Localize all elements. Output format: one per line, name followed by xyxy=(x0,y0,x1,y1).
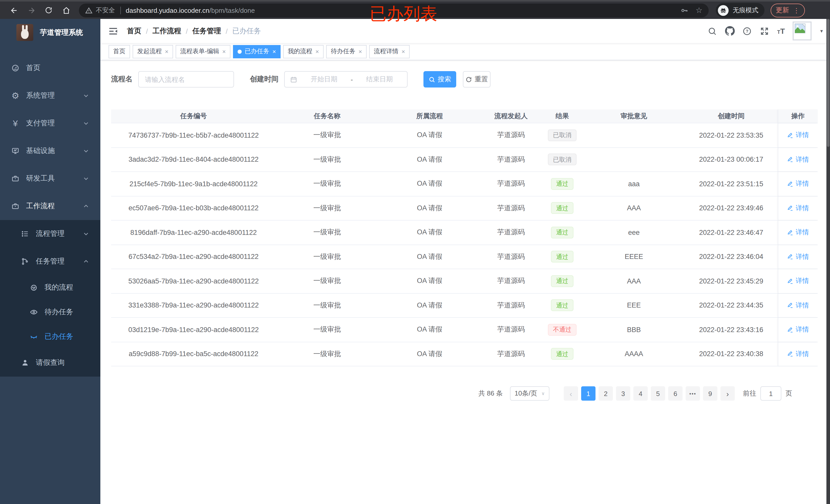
url-separator xyxy=(120,6,121,14)
sidebar-item-payment-mgmt[interactable]: ¥ 支付管理 xyxy=(0,109,100,137)
more-pages-button[interactable]: ••• xyxy=(685,386,700,401)
sidebar-item-leave-query[interactable]: 请假查询 xyxy=(0,349,100,377)
sidebar-item-dev-tools[interactable]: 研发工具 xyxy=(0,165,100,192)
cell-process: OA 请假 xyxy=(378,196,481,220)
sidebar-item-process-mgmt[interactable]: 流程管理 xyxy=(0,220,100,248)
navbar-actions: ? TT ▾ xyxy=(707,22,823,40)
detail-link[interactable]: 详情 xyxy=(787,131,809,140)
monitor-icon xyxy=(11,147,20,155)
page-button-9[interactable]: 9 xyxy=(703,386,717,401)
table-row: 74736737-7b9b-11ec-b5b7-acde48001122 一级审… xyxy=(111,123,818,147)
sidebar-item-my-process[interactable]: 我的流程 xyxy=(0,275,100,300)
sidebar-item-home[interactable]: 首页 xyxy=(0,54,100,82)
detail-link[interactable]: 详情 xyxy=(787,325,809,334)
process-name-label: 流程名 xyxy=(111,75,133,84)
bookmark-star-icon[interactable]: ☆ xyxy=(696,6,703,15)
detail-link[interactable]: 详情 xyxy=(787,349,809,359)
url-path[interactable]: /bpm/task/done xyxy=(210,6,255,14)
cell-task-name: 一级审批 xyxy=(276,294,378,317)
tab-done-tasks[interactable]: 已办任务 × xyxy=(233,45,281,58)
header-search-button[interactable] xyxy=(707,26,717,36)
tab-form-edit[interactable]: 流程表单-编辑 × xyxy=(175,45,230,58)
breadcrumb-separator: / xyxy=(186,27,188,35)
tab-process-detail[interactable]: 流程详情 × xyxy=(369,45,410,58)
app-logo-row[interactable]: 芋道管理系统 xyxy=(0,19,100,46)
font-size-button[interactable]: TT xyxy=(777,27,785,35)
url-host[interactable]: dashboard.yudao.iocoder.cn xyxy=(126,6,210,14)
browser-update-button[interactable]: 更新 ⋮ xyxy=(771,3,805,17)
sidebar-item-todo-tasks[interactable]: 待办任务 xyxy=(0,300,100,325)
key-icon[interactable] xyxy=(680,6,689,14)
column-header-result: 结果 xyxy=(541,109,583,123)
sidebar-item-done-tasks[interactable]: 已办任务 xyxy=(0,325,100,349)
cell-created: 2022-01-22 23:46:47 xyxy=(684,221,778,244)
browser-reload-button[interactable] xyxy=(40,3,57,18)
sidebar-item-system-mgmt[interactable]: ⚙ 系统管理 xyxy=(0,82,100,109)
browser-home-button[interactable] xyxy=(57,3,75,18)
help-button[interactable]: ? xyxy=(742,26,752,36)
close-icon[interactable]: × xyxy=(315,48,319,55)
detail-link[interactable]: 详情 xyxy=(787,252,809,262)
calendar-icon xyxy=(290,75,297,83)
detail-link[interactable]: 详情 xyxy=(787,155,809,164)
browser-menu-icon[interactable]: ⋮ xyxy=(793,7,800,13)
cell-comment xyxy=(583,123,684,147)
page-button-1[interactable]: 1 xyxy=(581,386,596,401)
page-button-2[interactable]: 2 xyxy=(599,386,613,401)
cell-starter: 芋道源码 xyxy=(481,172,541,196)
browser-back-button[interactable] xyxy=(5,3,23,18)
page-button-5[interactable]: 5 xyxy=(651,386,665,401)
detail-link[interactable]: 详情 xyxy=(787,276,809,286)
end-date-placeholder[interactable]: 结束日期 xyxy=(357,75,402,84)
collapse-sidebar-icon[interactable] xyxy=(108,26,118,36)
page-button-3[interactable]: 3 xyxy=(616,386,630,401)
sidebar-item-task-mgmt[interactable]: 任务管理 xyxy=(0,248,100,275)
update-label[interactable]: 更新 xyxy=(776,6,789,15)
tab-todo-tasks[interactable]: 待办任务 × xyxy=(326,45,366,58)
breadcrumb-home[interactable]: 首页 xyxy=(127,26,141,36)
sidebar-item-infrastructure[interactable]: 基础设施 xyxy=(0,137,100,165)
avatar[interactable] xyxy=(793,22,811,40)
cell-task-id: 74736737-7b9b-11ec-b5b7-acde48001122 xyxy=(111,123,276,147)
sidebar-item-workflow[interactable]: 工作流程 xyxy=(0,192,100,220)
tab-start-process[interactable]: 发起流程 × xyxy=(133,45,173,58)
detail-link[interactable]: 详情 xyxy=(787,301,809,310)
search-button[interactable]: 搜索 xyxy=(423,71,456,88)
close-icon[interactable]: × xyxy=(358,48,362,55)
done-tasks-table: 任务编号 任务名称 所属流程 流程发起人 结果 审批意见 创建时间 操作 747… xyxy=(111,109,818,366)
table-row: 03d1219e-7b9a-11ec-a290-acde48001122 一级审… xyxy=(111,318,818,342)
breadcrumb-task-mgmt[interactable]: 任务管理 xyxy=(193,26,221,36)
goto-page-input[interactable] xyxy=(760,386,781,401)
reset-button[interactable]: 重置 xyxy=(463,71,490,88)
browser-forward-button[interactable] xyxy=(23,3,40,18)
detail-link[interactable]: 详情 xyxy=(787,204,809,213)
close-icon[interactable]: × xyxy=(402,48,405,55)
detail-link[interactable]: 详情 xyxy=(787,179,809,189)
github-link[interactable] xyxy=(725,26,735,36)
scrollbar-thumb[interactable] xyxy=(827,19,829,147)
security-label[interactable]: 不安全 xyxy=(96,6,115,14)
detail-link[interactable]: 详情 xyxy=(787,228,809,237)
breadcrumb-workflow[interactable]: 工作流程 xyxy=(153,26,181,36)
date-range-picker[interactable]: 开始日期 - 结束日期 xyxy=(284,71,408,88)
next-page-button[interactable]: › xyxy=(721,386,735,401)
cell-created: 2022-01-22 23:46:04 xyxy=(684,245,778,269)
avatar-caret-icon[interactable]: ▾ xyxy=(820,28,823,34)
prev-page-button[interactable]: ‹ xyxy=(564,386,578,401)
fullscreen-button[interactable] xyxy=(760,26,769,36)
cell-starter: 芋道源码 xyxy=(481,221,541,244)
page-button-6[interactable]: 6 xyxy=(668,386,682,401)
close-icon[interactable]: × xyxy=(222,48,226,55)
tab-home[interactable]: 首页 xyxy=(108,45,130,58)
close-icon[interactable]: × xyxy=(165,48,168,55)
process-name-input[interactable] xyxy=(138,71,234,88)
page-button-4[interactable]: 4 xyxy=(633,386,648,401)
close-icon[interactable]: × xyxy=(273,48,276,55)
app-title: 芋道管理系统 xyxy=(40,28,83,37)
tab-my-process[interactable]: 我的流程 × xyxy=(283,45,324,58)
gear-icon: ⚙ xyxy=(11,92,20,100)
page-size-select[interactable]: 10条/页 ∨ xyxy=(510,386,549,401)
not-secure-warning-icon xyxy=(85,6,93,14)
start-date-placeholder[interactable]: 开始日期 xyxy=(301,75,347,84)
browser-scrollbar[interactable] xyxy=(826,19,830,504)
